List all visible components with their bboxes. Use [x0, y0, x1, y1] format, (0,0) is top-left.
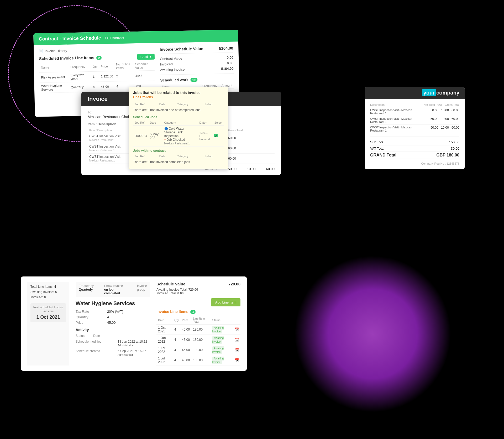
water-stats-panel: Total Line Items: 4 Awaiting Invoice: 4 … [27, 282, 69, 365]
contract-title: Contract - Invoice Schedule [39, 35, 101, 42]
next-invoice-box: Next scheduled Invoice line item 1 Oct 2… [30, 303, 66, 322]
invoice-line-title: Invoice Line Items 4 [156, 310, 240, 314]
invoice-history-link[interactable]: 📄 Invoice History [39, 47, 154, 53]
list-item: CWST Inspection Visit - Mexican Restaura… [370, 107, 459, 116]
col-name: Name [39, 62, 69, 72]
invoice-net: 50.00 [228, 167, 237, 171]
frequency-section: Frequency Quarterly Show Invoice on job … [76, 282, 150, 297]
no-one-off-jobs: There are 0 non invoiced one off complet… [133, 107, 224, 113]
yc-line-items: CWST Inspection Visit - Mexican Restaura… [370, 107, 459, 133]
document-icon: 📄 [39, 49, 43, 53]
scheduled-work-title: Scheduled work 19 [160, 77, 234, 82]
table-row: 1 Apr 2022 4 45.00 180.00 Awaiting Invoi… [156, 345, 240, 355]
calendar-icon[interactable]: 📅 [234, 348, 239, 352]
quantity-row: Quantity 4 [76, 315, 150, 319]
invoice-gross: 60.00 [266, 167, 275, 171]
job-select-checkbox[interactable] [214, 134, 218, 137]
yourcompany-invoice-card: yourcompany Description Net Total VAT Gr… [365, 87, 465, 169]
invoice-title: Invoice [88, 96, 108, 102]
calendar-icon[interactable]: 📅 [234, 327, 239, 332]
next-invoice-date: 1 Oct 2021 [33, 315, 64, 320]
list-item: CWST Inspection Visit - Mexican Restaura… [370, 125, 459, 133]
yc-column-headers: Description Net Total VAT Gross Total [370, 103, 459, 106]
col-price: Price [99, 61, 114, 71]
list-item: CWST Inspection Visit - Mexican Restaura… [370, 116, 459, 125]
vat-total-row: VAT Total 30.00 [370, 145, 459, 152]
grand-total-row: GRAND Total GBP 180.00 [370, 152, 459, 159]
popup-title: Jobs that will be related to this invoic… [133, 91, 224, 95]
col-frequency: Frequency [69, 62, 91, 72]
invoice-line-items-panel: Schedule Value 720.00 Awaiting Invoice T… [156, 282, 240, 365]
purple-blob-decoration [294, 255, 452, 413]
activity-title: Activity [76, 328, 150, 332]
one-off-jobs-table: Job Ref Date Category Select There are 0… [133, 102, 224, 113]
sub-total-row: Sub Total 150.00 [370, 139, 459, 145]
water-card-body: Total Line Items: 4 Awaiting Invoice: 4 … [21, 276, 247, 371]
no-contract-title: Jobs with no contract [133, 149, 224, 153]
water-service-title: Water Hygiene Services [76, 300, 150, 306]
line-items-table: Date Qty Price Line Item Total Status 1 … [156, 316, 240, 365]
total-line-items-stat: Total Line Items: 4 [30, 285, 66, 289]
activity-section: Activity Status Date Schedule modified 1… [76, 328, 150, 357]
jobs-popup: Jobs that will be related to this invoic… [129, 87, 228, 169]
col-schedule-value: Schedule Value [134, 61, 155, 71]
tax-rate-row: Tax Rate 20% (VAT) [76, 310, 150, 313]
yourcompany-body: Description Net Total VAT Gross Total CW… [365, 99, 465, 169]
yourcompany-header: yourcompany [365, 87, 465, 99]
scheduled-items-title: Scheduled Invoice Line Items 2 + Add ▼ [39, 54, 155, 61]
popup-subtitle: One Off Jobs [133, 95, 224, 99]
awaiting-box: Awaiting Invoice Total: 720.00 Invoiced … [156, 288, 240, 295]
price-row: Price 45.00 [76, 321, 150, 325]
scheduled-job-row: J002013 5 May 2021 🔵 Cold Water Storage … [133, 126, 224, 147]
col-line-items: No. of line items [114, 61, 134, 71]
schedule-value-box: Schedule Value 720.00 [156, 282, 240, 286]
activity-row-created: Schedule created 6 Sep 2021 at 16:37Admi… [76, 349, 150, 357]
add-line-item-button[interactable]: Add Line Item [211, 298, 240, 306]
no-contract-jobs-msg: There are 0 non invoiced completed jobs [133, 159, 224, 165]
company-reg: Company Reg No : 12345678 [370, 162, 459, 165]
invoiced-stat: Invoiced: 0 [30, 295, 66, 299]
add-item-button[interactable]: + Add ▼ [137, 54, 155, 60]
yc-totals: Sub Total 150.00 VAT Total 30.00 GRAND T… [370, 137, 459, 159]
next-invoice-label: Next scheduled Invoice line item [33, 305, 64, 313]
scheduled-jobs-title: Scheduled Jobs [133, 115, 224, 119]
calendar-icon[interactable]: 📅 [234, 358, 239, 362]
water-hygiene-card: Total Line Items: 4 Awaiting Invoice: 4 … [21, 276, 247, 371]
col-qty: Qty [91, 62, 99, 71]
table-row: 1 Jul 2022 4 45.00 180.00 Awaiting Invoi… [156, 355, 240, 365]
awaiting-invoice-row: Awaiting Invoice 5164.00 [160, 66, 234, 73]
table-row: 1 Jan 2022 4 45.00 180.00 Awaiting Invoi… [156, 335, 240, 345]
no-contract-jobs-table: Job Ref Date Category Select There are 0… [133, 154, 224, 165]
invoice-schedule-value: Invoice Schedule Value 5164.00 [160, 46, 233, 52]
scheduled-jobs-table: Job Ref Date Category Date* Select J0020… [133, 120, 224, 147]
calendar-icon[interactable]: 📅 [234, 338, 239, 342]
scheduled-items-count: 2 [96, 56, 102, 60]
yourcompany-logo: yourcompany [422, 90, 459, 96]
table-row: 1 Oct 2021 4 45.00 180.00 Awaiting Invoi… [156, 325, 240, 335]
water-details-panel: Frequency Quarterly Show Invoice on job … [76, 282, 150, 365]
activity-row-modified: Schedule modified 13 Jan 2022 at 10:12Ad… [76, 340, 150, 347]
contract-subtitle: L8 Contract [105, 35, 124, 40]
logo-company: company [436, 90, 459, 96]
logo-your: your [422, 89, 436, 96]
invoice-history-label: Invoice History [45, 49, 67, 53]
invoice-vat: 10.00 [247, 167, 256, 171]
awaiting-invoice-stat: Awaiting Invoice: 4 [30, 290, 66, 294]
